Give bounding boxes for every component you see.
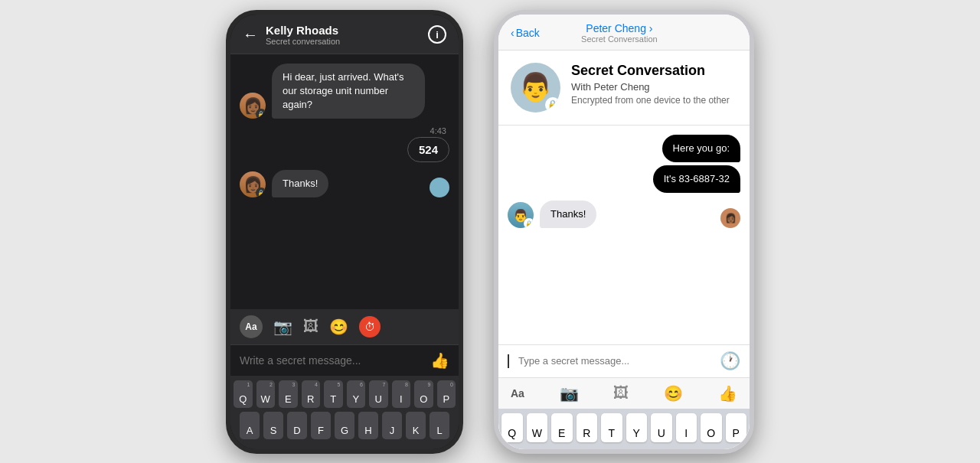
key-u-light[interactable]: U bbox=[651, 413, 672, 442]
gallery-icon[interactable]: 🖼 bbox=[303, 318, 318, 335]
camera-icon[interactable]: 📷 bbox=[273, 318, 292, 336]
key-q-light[interactable]: Q bbox=[501, 413, 523, 442]
key-p-light[interactable]: P bbox=[726, 413, 747, 442]
camera-icon-light[interactable]: 📷 bbox=[560, 384, 579, 403]
gallery-icon-light[interactable]: 🖼 bbox=[613, 384, 629, 402]
secret-info-panel: 👨 🔒 Secret Conversation With Peter Cheng… bbox=[498, 51, 750, 126]
clock-timer-icon[interactable]: 🕐 bbox=[720, 351, 740, 371]
message-bubble: Thanks! bbox=[540, 201, 596, 228]
dark-toolbar: Aa 📷 🖼 😊 ⏱ bbox=[230, 309, 459, 344]
key-t[interactable]: 5T bbox=[324, 380, 343, 408]
key-e[interactable]: 3E bbox=[279, 380, 298, 408]
message-input-row: 👍 bbox=[230, 344, 459, 376]
message-input[interactable] bbox=[240, 354, 423, 367]
large-avatar: 👨 🔒 bbox=[511, 63, 560, 112]
lock-icon: 🔒 bbox=[545, 97, 560, 112]
key-g[interactable]: G bbox=[335, 412, 354, 439]
light-messages-area: Here you go: It's 83-6887-32 👨 🔒 Thanks!… bbox=[498, 126, 750, 344]
key-t-light[interactable]: T bbox=[601, 413, 622, 442]
header-info: Kelly Rhoads Secret conversation bbox=[266, 24, 420, 46]
keyboard: 1Q 2W 3E 4R 5T 6Y 7U 8I 9O 0P A S D F G … bbox=[230, 376, 459, 449]
key-w[interactable]: 2W bbox=[256, 380, 276, 408]
avatar: 👩🏾 🔒 bbox=[240, 93, 266, 119]
secret-info-text: Secret Conversation With Peter Cheng Enc… bbox=[571, 63, 730, 107]
key-u[interactable]: 7U bbox=[369, 380, 388, 408]
key-h[interactable]: H bbox=[358, 412, 378, 439]
back-arrow-icon[interactable]: ← bbox=[243, 26, 258, 44]
keyboard-row-2: A S D F G H J K L bbox=[234, 412, 456, 439]
sent-row: 524 bbox=[240, 137, 449, 162]
message-time: 4:43 bbox=[240, 126, 449, 135]
contact-name: Kelly Rhoads bbox=[266, 24, 420, 37]
info-icon[interactable]: i bbox=[428, 25, 446, 44]
back-label: Back bbox=[516, 27, 540, 39]
emoji-icon[interactable]: 😊 bbox=[329, 318, 348, 336]
header-center: Peter Cheng › Secret Conversation bbox=[540, 22, 699, 44]
back-button[interactable]: ‹ Back bbox=[511, 27, 540, 39]
left-phone: ← Kelly Rhoads Secret conversation i 👩🏾 … bbox=[226, 10, 463, 454]
key-o-light[interactable]: O bbox=[701, 413, 722, 442]
avatar: 👨 🔒 bbox=[508, 202, 534, 228]
light-input-row: 🕐 bbox=[498, 344, 750, 377]
keyboard-row-1: 1Q 2W 3E 4R 5T 6Y 7U 8I 9O 0P bbox=[234, 380, 456, 408]
key-y-light[interactable]: Y bbox=[626, 413, 648, 442]
key-f[interactable]: F bbox=[311, 412, 331, 439]
light-header: ‹ Back Peter Cheng › Secret Conversation bbox=[498, 15, 750, 51]
message-bubble: It's 83-6887-32 bbox=[653, 165, 740, 193]
aa-button[interactable]: Aa bbox=[511, 387, 524, 399]
dark-header: ← Kelly Rhoads Secret conversation i bbox=[230, 15, 459, 54]
key-s[interactable]: S bbox=[263, 412, 283, 439]
small-avatar bbox=[430, 178, 449, 197]
light-keyboard: Q W E R T Y U I O P bbox=[498, 409, 750, 449]
key-p[interactable]: 0P bbox=[437, 380, 456, 408]
lock-badge-icon: 🔒 bbox=[256, 109, 266, 119]
key-l[interactable]: L bbox=[430, 412, 449, 439]
with-person-name: With Peter Cheng bbox=[571, 81, 730, 93]
message-row: 👨 🔒 Thanks! 👩🏾 bbox=[508, 201, 740, 228]
key-d[interactable]: D bbox=[287, 412, 307, 439]
lock-badge-icon: 🔒 bbox=[256, 187, 266, 197]
key-y[interactable]: 6Y bbox=[347, 380, 366, 408]
count-badge: 524 bbox=[407, 137, 449, 162]
secret-label-right: Secret Conversation bbox=[540, 34, 699, 44]
chevron-left-icon: ‹ bbox=[511, 27, 514, 39]
key-o[interactable]: 9O bbox=[414, 380, 433, 408]
keyboard-toggle-icon[interactable]: Aa bbox=[240, 315, 263, 338]
key-i[interactable]: 8I bbox=[392, 380, 411, 408]
emoji-icon-light[interactable]: 😊 bbox=[664, 384, 683, 403]
message-bubble: Thanks! bbox=[272, 170, 328, 197]
message-input-light[interactable] bbox=[518, 355, 712, 367]
secret-conversation-label: Secret conversation bbox=[266, 37, 420, 46]
message-bubble: Here you go: bbox=[662, 135, 740, 162]
sent-group: Here you go: It's 83-6887-32 bbox=[508, 135, 740, 193]
keyboard-row-light-1: Q W E R T Y U I O P bbox=[501, 413, 746, 442]
messages-area: 👩🏾 🔒 Hi dear, just arrived. What's our s… bbox=[230, 54, 459, 309]
message-row: 👩🏾 🔒 Hi dear, just arrived. What's our s… bbox=[240, 64, 449, 119]
contact-name-right: Peter Cheng › bbox=[540, 22, 699, 34]
avatar: 👩🏾 🔒 bbox=[240, 171, 266, 197]
right-phone: ‹ Back Peter Cheng › Secret Conversation… bbox=[494, 10, 754, 454]
key-w-light[interactable]: W bbox=[527, 413, 548, 442]
key-e-light[interactable]: E bbox=[551, 413, 573, 442]
key-r[interactable]: 4R bbox=[302, 380, 321, 408]
key-k[interactable]: K bbox=[406, 412, 426, 439]
key-i-light[interactable]: I bbox=[676, 413, 697, 442]
like-button[interactable]: 👍 bbox=[430, 351, 449, 370]
key-j[interactable]: J bbox=[382, 412, 402, 439]
message-bubble: Hi dear, just arrived. What's our storag… bbox=[272, 64, 425, 119]
like-button-light[interactable]: 👍 bbox=[718, 384, 737, 403]
key-r-light[interactable]: R bbox=[577, 413, 598, 442]
encrypted-note: Encrypted from one device to the other bbox=[571, 95, 730, 107]
small-avatar-right: 👩🏾 bbox=[720, 208, 740, 228]
sent-message-group: 4:43 524 bbox=[240, 126, 449, 162]
key-q[interactable]: 1Q bbox=[234, 380, 253, 408]
lock-badge-icon: 🔒 bbox=[524, 218, 534, 228]
timer-icon[interactable]: ⏱ bbox=[359, 316, 381, 337]
cursor bbox=[508, 354, 509, 368]
secret-conversation-title: Secret Conversation bbox=[571, 63, 730, 79]
message-row: 👩🏾 🔒 Thanks! bbox=[240, 170, 449, 197]
light-toolbar: Aa 📷 🖼 😊 👍 bbox=[498, 377, 750, 409]
key-a[interactable]: A bbox=[240, 412, 260, 439]
